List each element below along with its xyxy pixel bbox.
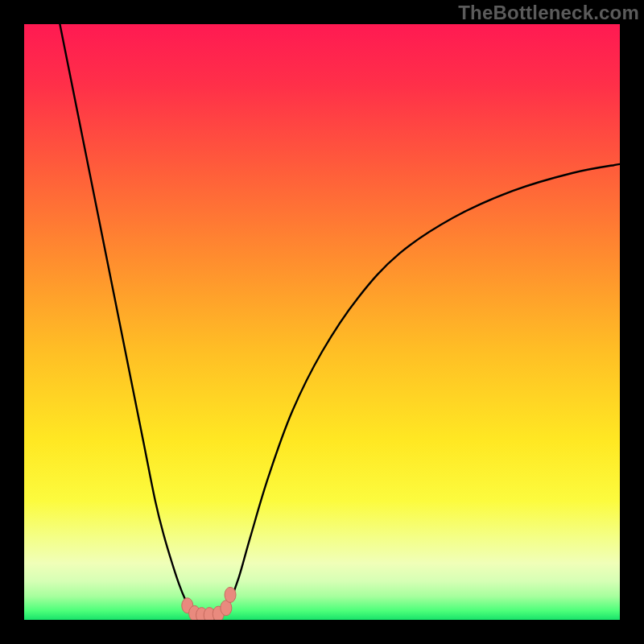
gradient-background [24,24,620,620]
plot-area [24,24,620,620]
watermark-text: TheBottleneck.com [458,2,639,24]
chart-frame: TheBottleneck.com [0,0,644,644]
valley-marker [225,587,236,602]
chart-svg [24,24,620,620]
